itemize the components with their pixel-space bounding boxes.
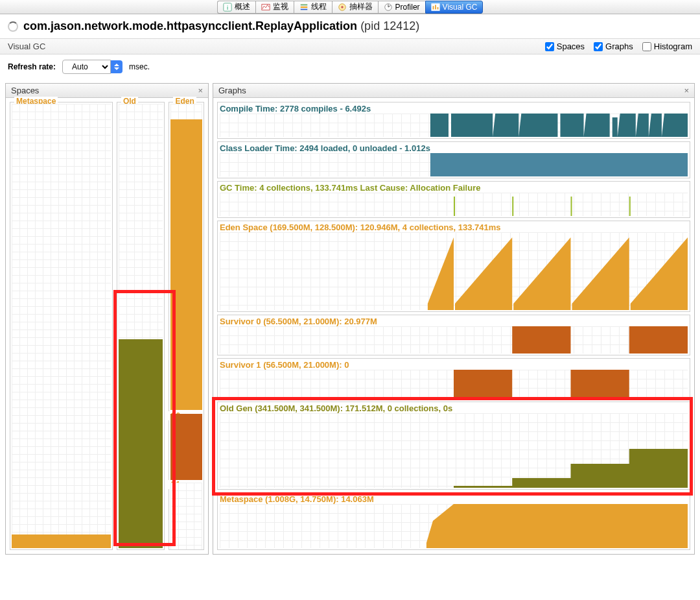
close-icon[interactable]: × (684, 86, 689, 95)
chart-title: Eden Space (169.500M, 128.500M): 120.946… (220, 222, 688, 232)
info-icon: i (223, 3, 232, 12)
stepper-icon[interactable] (111, 60, 122, 73)
svg-rect-2 (261, 4, 269, 10)
svg-rect-19 (629, 197, 631, 216)
eden-bar-chart (170, 104, 202, 410)
tab-profiler[interactable]: Profiler (378, 1, 425, 14)
eden-fieldset: Eden S0 S1 (169, 102, 204, 550)
checkbox-graphs[interactable]: Graphs (594, 42, 633, 51)
svg-rect-16 (454, 197, 455, 216)
visualgc-icon (431, 3, 440, 12)
checkbox-spaces[interactable]: Spaces (545, 42, 585, 51)
refresh-unit: msec. (129, 62, 150, 71)
svg-rect-20 (512, 326, 570, 354)
s0-bar (170, 414, 202, 481)
tab-sampler[interactable]: 抽样器 (332, 1, 378, 14)
metaspace-bar (12, 534, 111, 548)
chart-title: Survivor 0 (56.500M, 21.000M): 20.977M (220, 317, 688, 326)
panel-title: Spaces (11, 86, 39, 95)
tab-label: 抽样器 (349, 1, 373, 12)
eden-chart: Eden Space (169.500M, 128.500M): 120.946… (217, 221, 690, 312)
tab-name: Visual GC (8, 42, 45, 51)
tab-visualgc[interactable]: Visual GC (425, 1, 484, 14)
tab-overview[interactable]: i概述 (217, 1, 255, 14)
profiler-icon (384, 3, 393, 12)
tab-label: 监视 (273, 1, 288, 12)
svg-rect-12 (432, 6, 434, 9)
svg-text:i: i (227, 3, 228, 10)
survivor0-chart: Survivor 0 (56.500M, 21.000M): 20.977M (217, 315, 690, 355)
threads-icon (299, 3, 309, 12)
svg-rect-13 (435, 5, 436, 9)
old-bar-chart (119, 104, 163, 548)
old-fieldset: Old (117, 102, 165, 550)
close-icon[interactable]: × (198, 86, 203, 95)
tab-label: Profiler (395, 3, 420, 12)
metaspace-chart: Metaspace (1.008G, 14.750M): 14.063M (217, 492, 690, 550)
oldgen-chart: Old Gen (341.500M, 341.500M): 171.512M, … (217, 402, 690, 490)
monitor-icon (261, 3, 270, 12)
refresh-select[interactable]: Auto (62, 60, 122, 74)
title-bar: com.jason.network.mode.httpasyncclient.R… (0, 14, 700, 38)
tab-monitor[interactable]: 监视 (255, 1, 294, 14)
tab-label: 线程 (311, 1, 327, 12)
svg-rect-21 (629, 326, 688, 354)
checkbox-histogram[interactable]: Histogram (642, 42, 692, 51)
classloader-chart: Class Loader Time: 2494 loaded, 0 unload… (217, 141, 690, 178)
toolbar-tabs: i概述 监视 线程 抽样器 Profiler Visual GC (0, 0, 700, 14)
panel-title: Graphs (218, 86, 246, 95)
eden-bar (170, 119, 202, 410)
compile-time-chart: Compile Time: 2778 compiles - 6.492s (217, 102, 690, 139)
sampler-icon (338, 3, 347, 12)
loading-spinner-icon (8, 21, 18, 32)
chart-title: GC Time: 4 collections, 133.741ms Last C… (220, 183, 688, 193)
graphs-panel: Graphs× Compile Time: 2778 compiles - 6.… (213, 83, 695, 555)
tab-label: 概述 (235, 1, 250, 12)
gctime-chart: GC Time: 4 collections, 133.741ms Last C… (217, 181, 690, 218)
tab-threads[interactable]: 线程 (294, 1, 332, 14)
pid-label: (pid 12412) (360, 19, 419, 32)
old-bar (119, 339, 163, 548)
chart-title: Survivor 1 (56.500M, 21.000M): 0 (220, 360, 688, 370)
metaspace-fieldset: Metaspace (10, 102, 113, 550)
spaces-panel: Spaces× Metaspace Old Eden (5, 83, 209, 555)
refresh-label: Refresh rate: (8, 62, 56, 71)
chart-title: Compile Time: 2778 compiles - 6.492s (220, 104, 688, 114)
metaspace-bar-chart (12, 104, 111, 548)
svg-rect-23 (571, 370, 629, 397)
refresh-row: Refresh rate: Auto msec. (0, 54, 700, 79)
subheader: Visual GC Spaces Graphs Histogram (0, 38, 700, 54)
svg-rect-4 (300, 6, 307, 8)
svg-rect-18 (571, 197, 572, 216)
survivor1-chart: Survivor 1 (56.500M, 21.000M): 0 (217, 358, 690, 399)
chart-title: Old Gen (341.500M, 341.500M): 171.512M, … (220, 403, 688, 413)
svg-rect-22 (454, 370, 512, 397)
svg-rect-14 (437, 7, 438, 10)
svg-rect-15 (430, 153, 688, 176)
refresh-dropdown[interactable]: Auto (62, 60, 111, 74)
svg-point-7 (341, 6, 344, 8)
tab-label: Visual GC (443, 3, 478, 12)
svg-rect-17 (512, 197, 513, 216)
s1-bar-chart (170, 483, 202, 549)
app-title: com.jason.network.mode.httpasyncclient.R… (23, 19, 419, 33)
svg-rect-3 (300, 4, 307, 5)
s0-bar-chart (170, 414, 202, 481)
svg-rect-5 (300, 8, 307, 10)
chart-title: Metaspace (1.008G, 14.750M): 14.063M (220, 494, 688, 504)
chart-title: Class Loader Time: 2494 loaded, 0 unload… (220, 143, 688, 153)
